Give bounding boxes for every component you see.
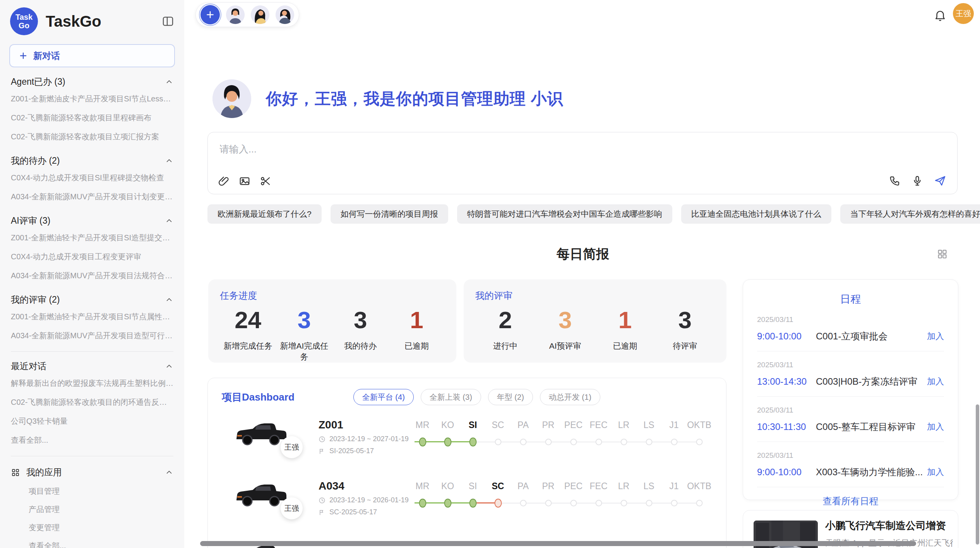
list-item[interactable]: Z001-全新燃油轻卡产品开发项目SI节点属性5D文件评审: [11, 307, 173, 326]
scissors-icon[interactable]: [260, 175, 271, 187]
join-button[interactable]: 加入: [927, 376, 944, 387]
chevron-up-icon[interactable]: [165, 296, 173, 304]
team-avatar[interactable]: [226, 5, 245, 24]
stat-value: 1: [389, 305, 445, 335]
stat: 3 新增AI完成任务: [276, 305, 332, 362]
milestone-label: PEC: [561, 481, 586, 491]
app-link[interactable]: 变更管理: [11, 519, 173, 537]
schedule-event: 2025/03/11 13:00-14:30 C003|H0B-方案冻结评审 加…: [757, 351, 944, 397]
chevron-up-icon[interactable]: [165, 78, 173, 86]
list-item[interactable]: Z001-全新燃油轻卡产品开发项目SI造型提交物评审: [11, 228, 173, 247]
team-avatar[interactable]: [251, 5, 269, 24]
list-item[interactable]: C0X4-动力总成开发项目工程变更评审: [11, 247, 173, 266]
view-all-schedule-link[interactable]: 查看所有日程: [743, 495, 958, 507]
milestone-dot: [419, 499, 426, 508]
chevron-up-icon[interactable]: [165, 468, 173, 477]
stat-value: 3: [332, 305, 389, 335]
milestone-dot: [469, 499, 476, 508]
app-link[interactable]: 产品管理: [11, 500, 173, 519]
logo-line-1: Task: [15, 13, 33, 21]
stat: 1 已逾期: [389, 305, 445, 362]
milestone-label: LS: [636, 420, 661, 430]
milestone-label: OKTB: [687, 420, 712, 430]
user-avatar[interactable]: 王强: [953, 3, 974, 24]
suggestion-chip[interactable]: 特朗普可能对进口汽车增税会对中国车企造成哪些影响: [457, 204, 672, 224]
section-my-review[interactable]: 我的评审 (2): [11, 294, 173, 306]
event-name: C005-整车工程目标评审: [816, 421, 927, 433]
sidebar-item-my-apps[interactable]: 我的应用: [11, 462, 173, 482]
filter-chip[interactable]: 全新平台 (4): [353, 389, 414, 405]
dashboard-title: 项目Dashboard: [222, 390, 295, 404]
section-my-todo[interactable]: 我的待办 (2): [11, 155, 173, 167]
chevron-up-icon[interactable]: [165, 362, 173, 371]
milestone-label: PR: [536, 420, 561, 430]
layout-grid-icon[interactable]: [937, 248, 947, 259]
my-review-card: 我的评审 2 进行中 3 AI预评审 1 已逾期 3 待评审: [464, 279, 726, 363]
add-agent-button[interactable]: [200, 5, 220, 24]
view-all-chats[interactable]: 查看全部...: [11, 431, 173, 450]
sidebar-collapse-icon[interactable]: [162, 15, 174, 27]
microphone-icon[interactable]: [911, 175, 923, 187]
list-item[interactable]: A034-全新新能源MUV产品开发项目造型可行性评审: [11, 326, 173, 345]
paperclip-icon[interactable]: [218, 175, 230, 187]
new-chat-button[interactable]: 新对话: [9, 44, 175, 67]
milestone-track: MRKOSISCPAPRPECFECLRLSJ1OKTB: [410, 418, 716, 460]
section-recent-chats[interactable]: 最近对话: [11, 360, 173, 372]
milestone-dot: [696, 500, 702, 507]
milestone-dot: [444, 438, 451, 447]
milestone-dot: [419, 438, 426, 447]
horizontal-scrollbar[interactable]: [200, 541, 916, 546]
list-item[interactable]: 公司Q3轻卡销量: [11, 412, 173, 431]
send-icon[interactable]: [934, 175, 946, 187]
milestone-dot: [545, 439, 552, 445]
suggestion-chip[interactable]: 如何写一份清晰的项目周报: [331, 204, 448, 224]
project-flag-milestone: SI-2025-05-17: [319, 447, 374, 455]
stat: 24 新增完成任务: [220, 305, 276, 362]
section-agent-done[interactable]: Agent已办 (3): [11, 76, 173, 88]
image-upload-icon[interactable]: [239, 175, 250, 187]
stat: 3 待评审: [655, 305, 715, 351]
divider: [11, 456, 173, 456]
assistant-avatar: [212, 79, 251, 118]
list-item[interactable]: C02-飞腾新能源轻客改款项目立项汇报方案: [11, 127, 173, 146]
stat-value: 3: [276, 305, 332, 335]
stat: 2 进行中: [475, 305, 535, 351]
list-item[interactable]: C02-飞腾新能源轻客改款项目里程碑画布: [11, 108, 173, 127]
milestone-dot: [595, 500, 602, 507]
chevron-up-icon[interactable]: [165, 217, 173, 225]
suggestion-chip[interactable]: 欧洲新规最近颁布了什么?: [207, 204, 322, 224]
milestone-label: SI: [460, 420, 485, 430]
filter-chip[interactable]: 全新上装 (3): [421, 389, 481, 405]
list-item[interactable]: C0X4-动力总成开发项目SI里程碑提交物检查: [11, 168, 173, 187]
greeting-text: 你好，王强，我是你的项目管理助理 小识: [266, 88, 563, 110]
list-item[interactable]: 解释最新出台的欧盟报废车法规再生塑料比例被调至15%...: [11, 374, 173, 393]
section-title: 最近对话: [11, 360, 46, 372]
join-button[interactable]: 加入: [927, 466, 944, 478]
list-item[interactable]: Z001-全新燃油皮卡产品开发项目SI节点Lesson Learn报告: [11, 89, 173, 108]
notification-bell-icon[interactable]: [934, 9, 947, 22]
join-button[interactable]: 加入: [927, 331, 944, 342]
join-button[interactable]: 加入: [927, 421, 944, 433]
filter-chip[interactable]: 动总开发 (1): [540, 389, 600, 405]
event-name: C003|H0B-方案冻结评审: [816, 375, 927, 388]
chevron-up-icon[interactable]: [165, 157, 173, 165]
filter-chip[interactable]: 年型 (2): [488, 389, 533, 405]
daily-briefing-title: 每日简报: [207, 245, 958, 263]
chat-input[interactable]: [219, 139, 761, 159]
milestone-dot: [495, 439, 501, 445]
app-link[interactable]: 项目管理: [11, 482, 173, 500]
suggestion-chip[interactable]: 当下年轻人对汽车外观有怎样的喜好趋势: [840, 204, 980, 224]
logo-line-2: Go: [19, 21, 29, 30]
suggestion-chip[interactable]: 比亚迪全固态电池计划具体说了什么: [681, 204, 831, 224]
vertical-scrollbar[interactable]: [976, 404, 979, 545]
phone-call-icon[interactable]: [889, 175, 901, 187]
list-item[interactable]: A034-全新新能源MUV产品开发项目法规符合性评审: [11, 266, 173, 285]
event-date: 2025/03/11: [757, 406, 944, 414]
list-item[interactable]: A034-全新新能源MUV产品开发项目计划变更表编写: [11, 187, 173, 206]
team-avatar[interactable]: [276, 5, 294, 24]
list-item[interactable]: C02-飞腾新能源轻客改款项目的闭环通告反馈情况: [11, 393, 173, 412]
card-title: 任务进度: [220, 289, 445, 302]
flag-icon: [319, 509, 326, 516]
section-ai-review[interactable]: AI评审 (3): [11, 215, 173, 227]
view-all-apps[interactable]: 查看全部...: [11, 537, 173, 548]
